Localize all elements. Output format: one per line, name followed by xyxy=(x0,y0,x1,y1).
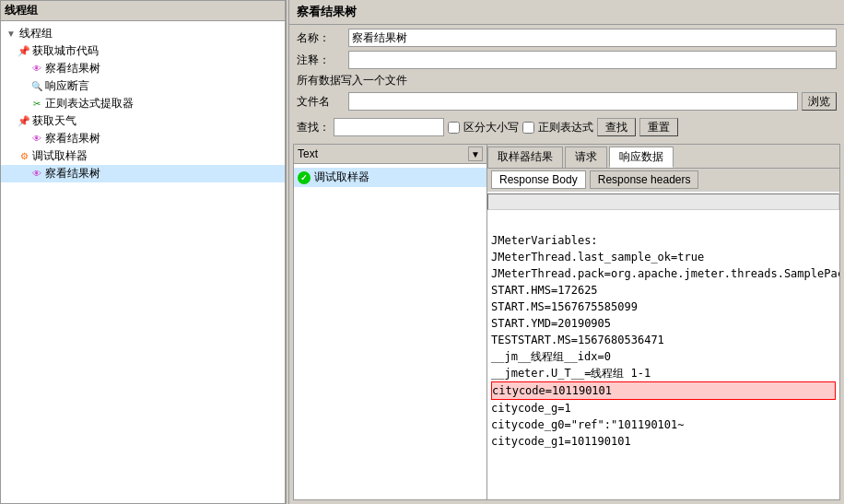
tree-item-response-assert-label: 响应断言 xyxy=(45,78,89,94)
tree-item-fetch-city[interactable]: 📌 获取城市代码 xyxy=(1,42,285,60)
extractor-icon: ✂ xyxy=(30,98,43,111)
sub-tabs-row: Response Body Response headers xyxy=(487,169,839,192)
tree-item-fetch-weather-label: 获取天气 xyxy=(32,113,76,129)
browse-button[interactable]: 浏览 xyxy=(802,92,837,111)
content-line-4: START.HMS=172625 xyxy=(491,282,836,299)
result-success-icon xyxy=(298,171,311,184)
name-input[interactable] xyxy=(348,29,837,47)
sub-tab-response-headers[interactable]: Response headers xyxy=(590,170,699,189)
content-line-8: __jm__线程组__idx=0 xyxy=(491,348,836,365)
results-right: 取样器结果 请求 响应数据 Response Body Response hea… xyxy=(487,145,839,499)
search-label: 查找： xyxy=(297,120,330,135)
tree-item-root-label: 线程组 xyxy=(19,26,53,41)
result-item-label: 调试取样器 xyxy=(314,170,369,185)
content-line-7: TESTSTART.MS=1567680536471 xyxy=(491,332,836,348)
tree-item-response-assert[interactable]: 🔍 响应断言 xyxy=(1,77,285,95)
file-label: 文件名 xyxy=(297,94,348,110)
main-container: 线程组 ▼ 线程组 📌 获取城市代码 👁 察看结果树 🔍 响应断言 ✂ xyxy=(0,0,844,504)
left-panel-title: 线程组 xyxy=(1,1,285,21)
content-line-11: citycode_g0="ref":"101190101~ xyxy=(491,416,836,433)
all-data-row: 所有数据写入一个文件 xyxy=(297,73,837,88)
tree-item-debug-sampler-label: 调试取样器 xyxy=(32,148,88,164)
find-button[interactable]: 查找 xyxy=(597,118,636,136)
result-item-debug-sampler[interactable]: 调试取样器 xyxy=(294,168,486,187)
results-list-header: Text ▼ xyxy=(294,145,486,164)
content-line-10: citycode_g=1 xyxy=(491,400,836,416)
comment-input[interactable] xyxy=(348,51,837,69)
left-panel: 线程组 ▼ 线程组 📌 获取城市代码 👁 察看结果树 🔍 响应断言 ✂ xyxy=(0,0,286,504)
tabs-row: 取样器结果 请求 响应数据 xyxy=(487,145,839,169)
pin-icon-2: 📌 xyxy=(18,115,30,128)
tree-area[interactable]: ▼ 线程组 📌 获取城市代码 👁 察看结果树 🔍 响应断言 ✂ 正则表达式提取器… xyxy=(1,21,285,503)
tree-item-view-results-2-label: 察看结果树 xyxy=(45,131,100,147)
listener-icon-1: 👁 xyxy=(30,63,43,76)
file-row: 文件名 浏览 xyxy=(297,92,837,111)
search-row: 查找： 区分大小写 正则表达式 查找 重置 xyxy=(289,118,844,140)
sampler-icon: ⚙ xyxy=(18,150,30,163)
thread-group-icon: ▼ xyxy=(5,28,18,41)
case-sensitive-checkbox[interactable] xyxy=(448,122,460,134)
listener-icon-2: 👁 xyxy=(30,133,43,146)
tree-item-regex-extractor[interactable]: ✂ 正则表达式提取器 xyxy=(1,95,285,112)
sub-tab-response-body[interactable]: Response Body xyxy=(491,170,586,189)
tree-item-regex-extractor-label: 正则表达式提取器 xyxy=(45,96,134,111)
form-section: 名称： 注释： 所有数据写入一个文件 文件名 浏览 xyxy=(289,25,844,118)
left-panel-title-text: 线程组 xyxy=(5,4,38,17)
tree-item-view-results-1[interactable]: 👁 察看结果树 xyxy=(1,60,285,77)
file-input[interactable] xyxy=(348,92,798,111)
tree-item-fetch-city-label: 获取城市代码 xyxy=(32,43,99,59)
assertion-icon: 🔍 xyxy=(30,80,43,93)
pin-icon-1: 📌 xyxy=(18,45,30,58)
name-label: 名称： xyxy=(297,30,348,46)
tree-item-fetch-weather[interactable]: 📌 获取天气 xyxy=(1,112,285,130)
content-line-5: START.MS=1567675585099 xyxy=(491,299,836,315)
tree-item-view-results-1-label: 察看结果树 xyxy=(45,61,100,76)
results-list-header-label: Text xyxy=(298,147,464,160)
content-line-1: JMeterVariables: xyxy=(491,232,836,249)
tab-sampler-result[interactable]: 取样器结果 xyxy=(487,147,563,168)
comment-label: 注释： xyxy=(297,53,348,68)
right-panel-title: 察看结果树 xyxy=(289,0,844,25)
right-panel: 察看结果树 名称： 注释： 所有数据写入一个文件 文件名 浏览 查找： xyxy=(289,0,844,504)
tree-item-view-results-2[interactable]: 👁 察看结果树 xyxy=(1,130,285,147)
results-list-items[interactable]: 调试取样器 xyxy=(294,164,486,499)
content-line-6: START.YMD=20190905 xyxy=(491,315,836,332)
results-list: Text ▼ 调试取样器 xyxy=(294,145,487,499)
listener-icon-3: 👁 xyxy=(30,168,43,181)
content-line-2: JMeterThread.last_sample_ok=true xyxy=(491,249,836,265)
tab-response-data[interactable]: 响应数据 xyxy=(609,147,674,168)
tab-request[interactable]: 请求 xyxy=(565,147,607,168)
search-input[interactable] xyxy=(334,118,444,136)
results-container: Text ▼ 调试取样器 取样器结果 请求 xyxy=(293,144,840,500)
case-sensitive-label: 区分大小写 xyxy=(463,120,519,135)
comment-row: 注释： xyxy=(297,51,837,69)
reset-button[interactable]: 重置 xyxy=(639,118,678,136)
content-line-9: __jmeter.U_T__=线程组 1-1 xyxy=(491,365,836,381)
content-line-empty xyxy=(491,216,836,232)
tree-item-view-results-3[interactable]: 👁 察看结果树 xyxy=(1,165,285,182)
tree-item-root[interactable]: ▼ 线程组 xyxy=(1,25,285,42)
tree-item-debug-sampler[interactable]: ⚙ 调试取样器 xyxy=(1,147,285,165)
content-line-12: citycode_g1=101190101 xyxy=(491,433,836,450)
content-area[interactable]: JMeterVariables: JMeterThread.last_sampl… xyxy=(487,212,839,499)
empty-bar xyxy=(487,193,839,210)
content-line-citycode: citycode=101190101 xyxy=(491,381,836,400)
tree-item-view-results-3-label: 察看结果树 xyxy=(45,166,100,182)
content-line-3: JMeterThread.pack=org.apache.jmeter.thre… xyxy=(491,265,836,282)
regex-checkbox[interactable] xyxy=(522,122,534,134)
dropdown-button[interactable]: ▼ xyxy=(468,147,483,161)
all-data-label: 所有数据写入一个文件 xyxy=(297,73,407,88)
regex-label: 正则表达式 xyxy=(538,120,593,135)
right-panel-title-text: 察看结果树 xyxy=(297,5,357,18)
name-row: 名称： xyxy=(297,29,837,47)
